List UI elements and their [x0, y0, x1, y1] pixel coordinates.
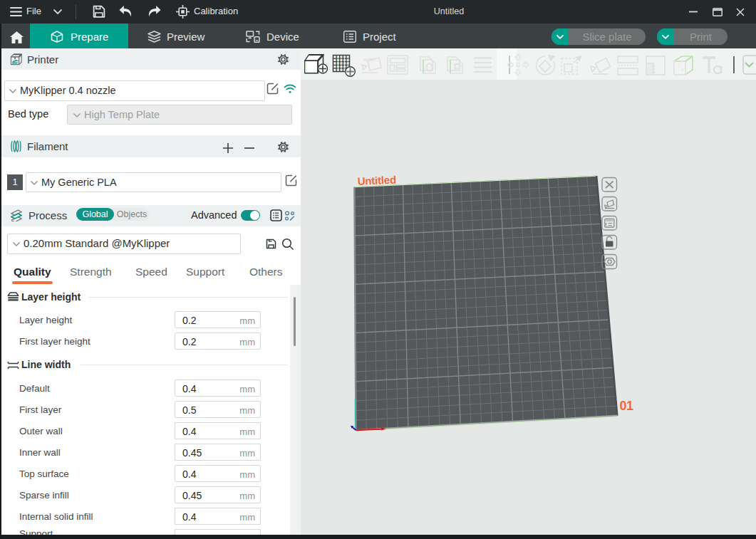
svg-text:01: 01	[620, 399, 634, 413]
svg-text:AUTO: AUTO	[363, 58, 376, 62]
svg-text:Untitled: Untitled	[357, 174, 396, 187]
